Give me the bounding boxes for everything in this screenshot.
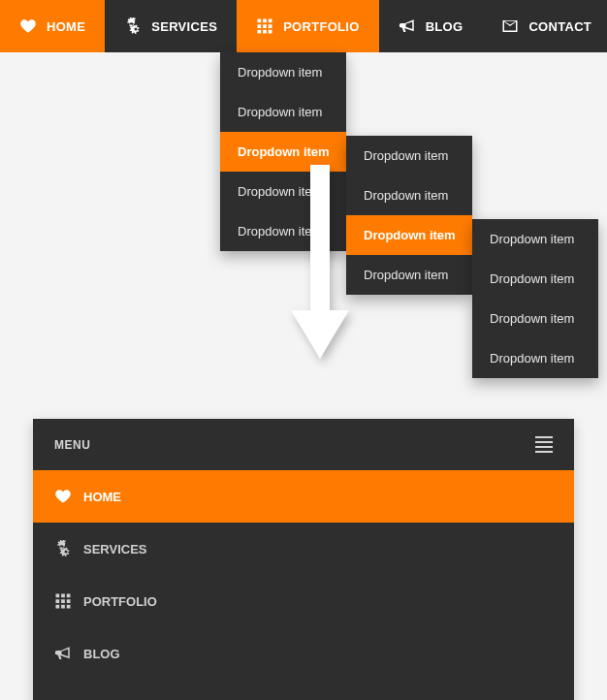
dropdown-item[interactable]: Dropdown item bbox=[472, 219, 598, 259]
nav-label: SERVICES bbox=[151, 19, 217, 34]
mobile-item-blog[interactable]: BLOG bbox=[33, 627, 574, 680]
grid-icon bbox=[54, 592, 72, 610]
nav-label: BLOG bbox=[426, 19, 463, 34]
dropdown-item[interactable]: Dropdown item bbox=[472, 259, 598, 299]
mobile-item-label: PORTFOLIO bbox=[83, 594, 157, 609]
heart-icon bbox=[19, 17, 37, 35]
nav-home[interactable]: HOME bbox=[0, 0, 105, 52]
dropdown-item[interactable]: Dropdown item bbox=[346, 175, 472, 215]
mobile-item-label: SERVICES bbox=[83, 542, 147, 557]
nav-blog[interactable]: BLOG bbox=[379, 0, 483, 52]
dropdown-item[interactable]: Dropdown item bbox=[472, 299, 598, 338]
nav-contact[interactable]: CONTACT bbox=[482, 0, 607, 52]
mobile-item-home[interactable]: HOME bbox=[33, 470, 574, 523]
dropdown-item[interactable]: Dropdown item bbox=[220, 52, 346, 92]
dropdown-item[interactable]: Dropdown item bbox=[346, 255, 472, 295]
mobile-menu-title: MENU bbox=[54, 438, 90, 452]
mobile-item-contact[interactable]: CONTACT bbox=[33, 680, 574, 700]
gears-icon bbox=[124, 17, 142, 35]
heart-icon bbox=[54, 488, 72, 505]
gears-icon bbox=[54, 540, 72, 557]
dropdown-level-3: Dropdown item Dropdown item Dropdown ite… bbox=[472, 219, 598, 378]
nav-label: CONTACT bbox=[528, 19, 591, 34]
mobile-item-label: HOME bbox=[83, 490, 121, 504]
nav-label: PORTFOLIO bbox=[283, 19, 360, 34]
dropdown-item[interactable]: Dropdown item bbox=[346, 215, 472, 255]
dropdown-item[interactable]: Dropdown item bbox=[346, 136, 472, 175]
mobile-item-label: BLOG bbox=[83, 647, 120, 661]
dropdown-item[interactable]: Dropdown item bbox=[472, 338, 598, 378]
mobile-menu-header: MENU bbox=[33, 419, 574, 470]
mobile-menu: MENU HOME SERVICES PORTFOLIO BLOG CONTAC… bbox=[33, 419, 574, 700]
mobile-item-services[interactable]: SERVICES bbox=[33, 523, 574, 575]
dropdown-level-2: Dropdown item Dropdown item Dropdown ite… bbox=[346, 136, 472, 295]
hamburger-icon[interactable] bbox=[535, 436, 553, 453]
nav-label: HOME bbox=[47, 19, 85, 34]
top-nav: HOME SERVICES PORTFOLIO BLOG CONTACT bbox=[0, 0, 607, 52]
nav-portfolio[interactable]: PORTFOLIO bbox=[237, 0, 379, 52]
dropdown-item[interactable]: Dropdown item bbox=[220, 92, 346, 132]
envelope-icon bbox=[501, 17, 519, 35]
arrow-down-icon bbox=[291, 165, 349, 363]
bullhorn-icon bbox=[54, 645, 72, 662]
grid-icon bbox=[256, 17, 273, 35]
mobile-item-portfolio[interactable]: PORTFOLIO bbox=[33, 575, 574, 627]
bullhorn-icon bbox=[399, 17, 416, 35]
nav-services[interactable]: SERVICES bbox=[105, 0, 237, 52]
